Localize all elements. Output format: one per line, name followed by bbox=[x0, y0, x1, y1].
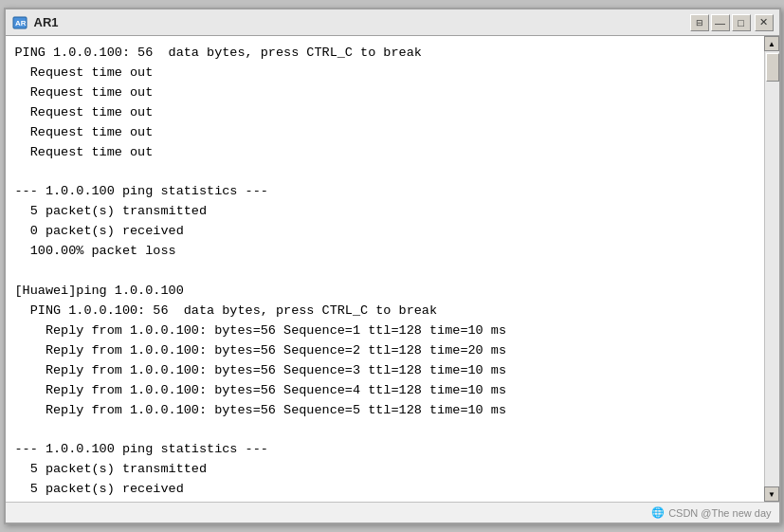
scroll-up-button[interactable]: ▲ bbox=[764, 36, 779, 51]
watermark-text: CSDN @The new day bbox=[668, 507, 771, 519]
scroll-thumb[interactable] bbox=[766, 53, 779, 82]
close-button[interactable]: ✕ bbox=[755, 14, 774, 31]
scroll-track bbox=[765, 51, 779, 486]
watermark: 🌐 CSDN @The new day bbox=[651, 506, 771, 519]
app-icon: AR bbox=[11, 14, 28, 31]
scrollbar[interactable]: ▲ ▼ bbox=[764, 36, 779, 502]
window-title: AR1 bbox=[34, 15, 59, 29]
minimize-button[interactable]: — bbox=[711, 14, 730, 31]
main-window: AR AR1 ⊟ — □ ✕ PING 1.0.0.100: 56 data b… bbox=[4, 8, 781, 524]
restore-button[interactable]: ⊟ bbox=[690, 14, 709, 31]
maximize-button[interactable]: □ bbox=[732, 14, 751, 31]
scroll-down-button[interactable]: ▼ bbox=[764, 486, 779, 502]
watermark-icon: 🌐 bbox=[651, 506, 665, 519]
svg-text:AR: AR bbox=[15, 19, 27, 28]
title-bar-left: AR AR1 bbox=[11, 14, 59, 31]
content-area: PING 1.0.0.100: 56 data bytes, press CTR… bbox=[6, 36, 779, 502]
window-controls: ⊟ — □ ✕ bbox=[690, 14, 774, 31]
title-bar: AR AR1 ⊟ — □ ✕ bbox=[6, 9, 779, 36]
terminal-output[interactable]: PING 1.0.0.100: 56 data bytes, press CTR… bbox=[6, 36, 764, 502]
bottom-bar: 🌐 CSDN @The new day bbox=[6, 502, 779, 523]
